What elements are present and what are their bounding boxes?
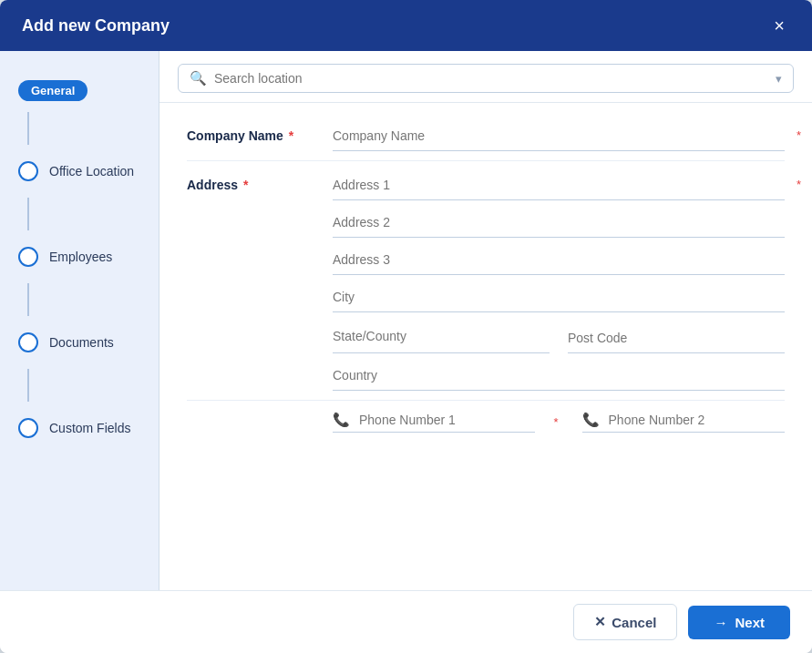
sidebar-label-office-location: Office Location [49,164,134,179]
search-icon: 🔍 [190,70,207,87]
sidebar-connector-1 [27,112,29,145]
phone2-wrap: 📞 [582,412,785,433]
sidebar-item-office-location[interactable]: Office Location [0,145,159,198]
sidebar-label-employees: Employees [49,250,112,264]
cancel-label: Cancel [612,615,656,630]
address-inputs: * [333,170,785,391]
phone-row: 📞 * 📞 [187,401,785,436]
step-icon-employees [18,247,38,267]
cancel-icon: ✕ [594,614,606,630]
company-name-row: Company Name * * [187,112,785,161]
modal-header: Add new Company × [0,0,812,51]
address3-input[interactable] [333,245,785,275]
state-county-input[interactable] [333,320,550,353]
address-row: Address * * [187,161,785,401]
search-location-input[interactable] [214,71,768,86]
phone-inputs: 📞 * 📞 [333,412,785,433]
close-button[interactable]: × [768,15,790,36]
phone1-required-star: * [553,415,558,429]
step-icon-documents [18,332,38,352]
next-button[interactable]: → Next [688,606,790,639]
sidebar-label-custom-fields: Custom Fields [49,421,130,435]
search-bar: 🔍 ▾ [178,64,794,93]
company-name-required: * [797,128,801,142]
phone1-input[interactable] [359,413,535,427]
next-icon: → [714,615,727,630]
phone1-icon: 📞 [333,412,350,428]
phone-fields: 📞 * 📞 [333,412,785,433]
phone2-icon: 📞 [582,412,600,428]
phone2-input[interactable] [609,413,785,427]
modal-body: General Office Location Employees Docume… [0,51,812,590]
sidebar-connector-4 [27,369,29,402]
city-input[interactable] [333,282,785,312]
phone-label [187,412,333,419]
sidebar-item-employees[interactable]: Employees [0,230,159,283]
general-pill-badge: General [18,80,87,101]
sidebar-connector-3 [27,283,29,316]
address-required: * [797,178,801,191]
address-label: Address * [187,170,333,192]
sidebar-label-documents: Documents [49,335,114,350]
search-bar-wrap: 🔍 ▾ [159,51,812,103]
company-name-input[interactable] [333,121,785,151]
address1-input[interactable] [333,170,785,200]
address2-input[interactable] [333,208,785,238]
form-area: Company Name * * Address * * [159,103,812,590]
sidebar: General Office Location Employees Docume… [0,51,159,590]
company-name-label: Company Name * [187,121,333,143]
add-company-modal: Add new Company × General Office Locatio… [0,0,812,653]
cancel-button[interactable]: ✕ Cancel [573,604,677,640]
sidebar-item-documents[interactable]: Documents [0,316,159,369]
next-label: Next [735,615,765,630]
modal-title: Add new Company [22,16,170,36]
company-name-inputs: * [333,121,785,151]
chevron-down-icon[interactable]: ▾ [776,72,782,86]
postcode-input[interactable] [568,323,785,353]
step-icon-office-location [18,161,38,181]
step-icon-custom-fields [18,418,38,438]
modal-footer: ✕ Cancel → Next [0,590,812,653]
sidebar-item-general[interactable]: General [0,69,159,112]
sidebar-connector-2 [27,198,29,230]
content-area: 🔍 ▾ Company Name * * [159,51,812,590]
phone1-wrap: 📞 [333,412,535,433]
sidebar-item-custom-fields[interactable]: Custom Fields [0,402,159,454]
country-input[interactable] [333,361,785,391]
